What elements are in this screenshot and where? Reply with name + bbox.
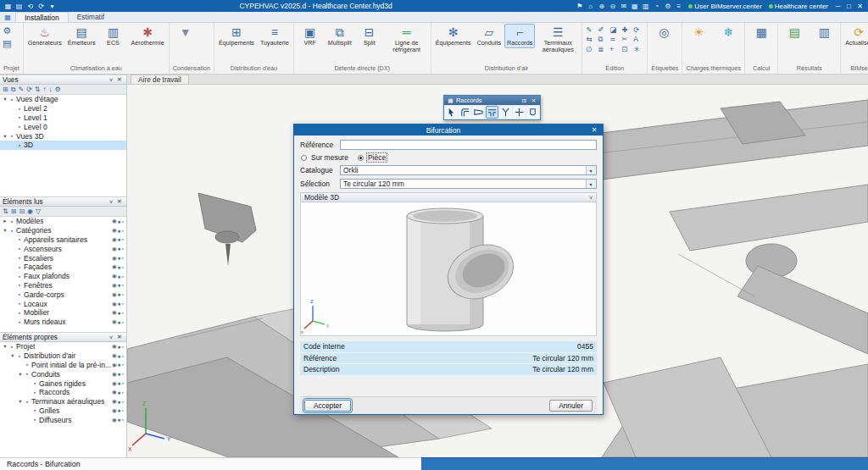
element-propre-item-projet[interactable]: ▾▪Projet◉●▪ [0,342,126,351]
info-icon[interactable]: ● [118,218,121,224]
pen-icon[interactable]: ✐ [598,25,608,34]
visibility-eye-icon[interactable]: ◉ [112,227,117,234]
mail-icon[interactable]: ✉ [618,3,629,10]
ribbon-button-report-blue[interactable]: ▥ [810,24,838,41]
element-lu-item-escaliers[interactable]: ▪Escaliers◉●▪ [0,253,126,263]
info-icon[interactable]: ● [118,407,121,413]
visibility-eye-icon[interactable]: ◉ [112,301,117,307]
eraser-icon[interactable]: ◪ [609,25,620,34]
close-icon[interactable]: ✕ [115,334,124,340]
info-icon[interactable]: ● [118,344,121,350]
collapse-arrow-icon[interactable]: ▾ [2,133,8,140]
lock-icon[interactable]: ▪ [122,353,124,359]
dropdown-icon[interactable]: ▾ [47,3,58,10]
element-propre-item-distribution-d-air[interactable]: ▾▪Distribution d'air◉●▪ [0,351,126,361]
app-grid-icon[interactable]: ▦ [3,3,14,10]
visibility-eye-icon[interactable]: ◉ [112,273,117,279]
lock-icon[interactable]: ▪ [122,228,124,234]
lock-icon[interactable]: ▪ [122,310,124,316]
info-icon[interactable]: ● [118,319,121,325]
fitting-cross-icon[interactable] [513,106,526,119]
lock-icon[interactable]: ▪ [122,274,124,279]
model3d-preview[interactable]: Z x y [300,202,597,336]
piece-label[interactable]: Pièce [367,153,387,162]
expand-icon[interactable]: ⊞ [11,207,17,215]
info-icon[interactable]: ● [118,246,121,252]
ribbon-button-multisplit[interactable]: ⧉Multisplit [326,24,354,48]
info-icon[interactable]: ● [118,264,121,270]
group-sel-icon[interactable]: ⊡ [621,45,632,53]
element-lu-item-fenetres[interactable]: ▪Fenêtres◉●▪ [0,281,126,290]
selection-select[interactable]: Te circular 120 mm ▾ [340,179,597,189]
element-lu-item-mobilier[interactable]: ▪Mobilier◉●▪ [0,308,126,318]
workspace-tab[interactable]: Aire de travail [131,75,189,84]
visibility-eye-icon[interactable]: ◉ [112,263,117,270]
element-propre-item-diffuseurs[interactable]: ▪Diffuseurs◉●▪ [0,415,126,424]
tab-estimatif[interactable]: Estimatif [69,12,114,22]
project-badge[interactable]: Healthcare center [769,3,828,10]
gear-icon[interactable]: ⚙ [3,25,11,36]
config-icon[interactable]: ⚙ [55,86,61,93]
lock-icon[interactable]: ▪ [122,301,124,307]
visibility-eye-icon[interactable]: ◉ [112,291,117,298]
element-lu-item-appareils-sanitaires[interactable]: ▪Appareils sanitaires◉●▪ [0,235,126,245]
lock-icon[interactable]: ▪ [122,390,124,395]
lock-icon[interactable]: ▪ [122,236,124,242]
close-icon[interactable]: ✕ [115,76,124,83]
home-icon[interactable]: ⌂ [585,3,596,10]
menu-icon[interactable]: ≡ [673,3,684,10]
element-lu-item-facades[interactable]: ▪Façades◉●▪ [0,263,126,272]
clock-icon[interactable]: ◔ [651,3,662,10]
collapse-arrow-icon[interactable]: ▾ [9,352,16,359]
pin-icon[interactable]: ⊡ [520,97,528,104]
element-propre-item-point-initial-de-la-pre-in[interactable]: ▪Point initial de la pré-in...◉●▪ [0,361,126,370]
visibility-eye-icon[interactable]: ◉ [112,309,117,316]
accept-button[interactable]: Accepter [304,400,351,412]
info-icon[interactable]: ● [118,274,121,279]
rotate-cw-icon[interactable]: ⟳ [633,25,643,34]
cancel-button[interactable]: Annuler [549,400,593,412]
ribbon-button-ecs[interactable]: ▥ECS [99,24,128,48]
info-icon[interactable]: ● [118,362,121,368]
ribbon-button-emetteurs[interactable]: ▤Émetteurs [65,24,98,48]
offset-icon[interactable]: ≍ [609,35,620,44]
view-item-vues-d-etage[interactable]: ▾▪Vues d'étage [0,95,126,104]
visibility-eye-icon[interactable]: ◉ [112,255,117,262]
lock-icon[interactable]: ▪ [122,362,124,368]
pencil-icon[interactable]: ✎ [586,25,596,34]
panel-icon[interactable]: ▤ [14,3,25,10]
visibility-eye-icon[interactable]: ◉ [112,371,117,378]
visibility-eye-icon[interactable]: ◉ [112,246,117,252]
ribbon-button-generateurs[interactable]: ♨Générateurs [25,24,64,48]
element-lu-item-murs-rideaux[interactable]: ▪Murs rideaux◉●▪ [0,318,126,327]
info-icon[interactable]: ● [118,371,121,377]
sort-icon[interactable]: ⇅ [3,207,8,215]
undo-icon[interactable]: ⟲ [25,3,36,10]
ribbon-button-ligne-de-refrigerant[interactable]: ═Ligne de réfrigérant [385,24,429,55]
info-icon[interactable]: ● [118,301,121,307]
layers-icon[interactable]: ≣ [598,45,608,53]
lock-icon[interactable]: ▪ [122,255,124,261]
view-item-3d[interactable]: ▪3D [0,141,126,150]
lock-icon[interactable]: ▪ [122,282,124,288]
redo-icon[interactable]: ⟳ [36,3,47,10]
ribbon-button-vrf[interactable]: ▣VRF [296,24,325,48]
duplicate-icon[interactable]: ⧉ [11,86,16,94]
info-icon[interactable]: ● [118,291,121,297]
element-lu-item-ascenseurs[interactable]: ▪Ascenseurs◉●▪ [0,244,126,253]
collapse-arrow-icon[interactable]: ▾ [17,371,24,378]
collapse-icon[interactable]: ⊟ [19,207,25,215]
chart-icon[interactable]: ▥ [640,3,651,10]
dialog-titlebar[interactable]: Bifurcation ✕ [294,124,603,135]
visibility-icon[interactable]: ◉ [27,207,33,215]
element-lu-item-categories[interactable]: ▾▪Catégories◉●▪ [0,226,126,235]
move-icon[interactable]: ✚ [621,25,632,34]
zoom-out-icon[interactable]: ⊖ [607,3,618,10]
filter-icon[interactable]: ▽ [36,207,41,215]
star-icon[interactable]: ✳ [633,45,643,53]
catalogue-select[interactable]: Orkli ▾ [340,165,597,175]
info-icon[interactable]: ● [118,310,121,316]
visibility-eye-icon[interactable]: ◉ [112,236,117,243]
ribbon-button-actualiser[interactable]: ⟳Actualiser [843,24,868,48]
view-item-level-2[interactable]: ▪Level 2 [0,104,126,113]
